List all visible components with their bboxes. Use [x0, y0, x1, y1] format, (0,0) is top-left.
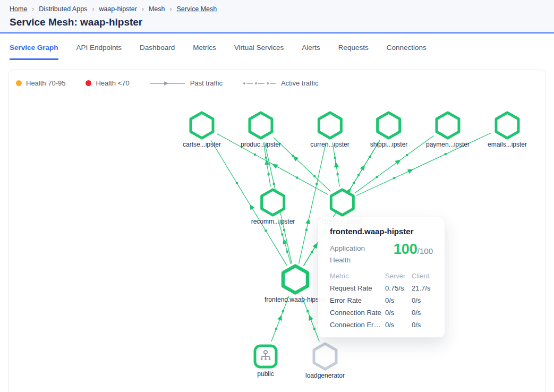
service-hexagon-icon — [329, 188, 355, 217]
legend-label: Health <70 — [96, 79, 129, 87]
node-label: shippi...ipster — [370, 141, 408, 148]
legend-active-traffic: Active traffic — [243, 79, 319, 87]
health-below-70-dot-icon — [86, 80, 91, 86]
node-label: paymen...ipster — [426, 141, 470, 148]
node-label: loadgenerator — [305, 372, 345, 379]
col-server: Server — [385, 272, 412, 280]
breadcrumb-distributed-apps[interactable]: Distributed Apps — [39, 5, 87, 13]
tab-connections[interactable]: Connections — [387, 44, 427, 60]
metrics-header-row: Metric Server Client — [330, 272, 433, 280]
tab-api-endpoints[interactable]: API Endpoints — [76, 44, 122, 60]
breadcrumb-separator: › — [170, 5, 172, 13]
graph-node-recommendation[interactable]: recomm...ipster — [251, 188, 295, 225]
breadcrumb-separator: › — [32, 5, 34, 13]
tab-virtual-services[interactable]: Virtual Services — [234, 44, 284, 60]
graph-node-productcatalog[interactable]: produc...ipster — [241, 111, 281, 148]
metric-server-value: 0/s — [385, 321, 412, 329]
node-label: curren...ipster — [310, 141, 349, 148]
node-label: emails...ipster — [488, 141, 527, 148]
graph-node-loadgenerator[interactable]: loadgenerator — [305, 342, 345, 379]
tab-bar: Service Graph API Endpoints Dashboard Me… — [0, 35, 554, 69]
node-label: cartse...ipster — [183, 141, 221, 148]
page-title: Service Mesh: waap-hipster — [10, 16, 554, 28]
node-label: frontend.waap-hipster — [265, 296, 326, 303]
metric-row-connection-rate: Connection Rate 0/s 0/s — [330, 309, 433, 317]
metric-row-error-rate: Error Rate 0/s 0/s — [330, 296, 433, 304]
service-hexagon-icon — [376, 111, 402, 140]
metric-label: Connection Rate — [330, 309, 385, 317]
graph-legend: Health 70-95 Health <70 Past traffic Act… — [16, 79, 318, 87]
tab-metrics[interactable]: Metrics — [193, 44, 216, 60]
legend-past-traffic: Past traffic — [150, 79, 223, 87]
service-hexagon-icon — [281, 264, 310, 295]
metric-client-value: 0/s — [412, 309, 433, 317]
service-hexagon-icon — [260, 188, 286, 217]
breadcrumb-home[interactable]: Home — [10, 5, 27, 13]
application-health-value: 100/100 — [394, 241, 433, 258]
legend-label: Health 70-95 — [26, 79, 65, 87]
graph-node-shippingservice[interactable]: shippi...ipster — [370, 111, 408, 148]
tab-alerts[interactable]: Alerts — [302, 44, 320, 60]
graph-node-cartservice[interactable]: cartse...ipster — [183, 111, 221, 148]
node-label: recomm...ipster — [251, 218, 295, 225]
col-metric: Metric — [330, 272, 385, 280]
past-traffic-line-icon — [150, 81, 186, 86]
metric-server-value: 0/s — [385, 309, 412, 317]
metric-client-value: 0/s — [412, 296, 433, 304]
service-hexagon-icon — [312, 342, 338, 371]
health-70-95-dot-icon — [16, 80, 22, 86]
metric-row-request-rate: Request Rate 0.75/s 21.7/s — [330, 284, 433, 292]
breadcrumb-separator: › — [142, 5, 144, 13]
tab-service-graph[interactable]: Service Graph — [10, 44, 58, 60]
node-label: produc...ipster — [241, 141, 281, 148]
legend-label: Active traffic — [281, 79, 319, 87]
tooltip-title: frontend.waap-hipster — [330, 227, 433, 236]
health-max: /100 — [417, 246, 433, 255]
service-hexagon-icon — [317, 111, 343, 140]
graph-node-public[interactable]: public — [253, 344, 278, 378]
col-client: Client — [412, 272, 433, 280]
application-health-label: Application Health — [330, 243, 379, 266]
service-hexagon-icon — [248, 111, 274, 140]
metric-server-value: 0/s — [385, 296, 412, 304]
legend-health-low: Health <70 — [86, 79, 129, 87]
node-tooltip: frontend.waap-hipster Application Health… — [318, 217, 445, 338]
metric-client-value: 21.7/s — [412, 284, 433, 292]
tab-dashboard[interactable]: Dashboard — [140, 44, 175, 60]
legend-label: Past traffic — [190, 79, 223, 87]
breadcrumb: Home › Distributed Apps › waap-hipster ›… — [10, 5, 554, 13]
health-score: 100 — [394, 241, 417, 257]
gateway-square-icon — [253, 344, 278, 369]
graph-node-currencyservice[interactable]: curren...ipster — [310, 111, 349, 148]
legend-health-mid: Health 70-95 — [16, 79, 65, 87]
metric-label: Connection Error ... — [330, 321, 385, 329]
graph-node-paymentservice[interactable]: paymen...ipster — [426, 111, 470, 148]
service-hexagon-icon — [434, 111, 461, 140]
metric-label: Request Rate — [330, 284, 385, 292]
graph-node-emailservice[interactable]: emails...ipster — [488, 111, 527, 148]
breadcrumb-separator: › — [92, 5, 94, 13]
node-label: public — [257, 370, 274, 378]
service-hexagon-icon — [494, 111, 521, 140]
active-traffic-line-icon — [243, 81, 277, 86]
tooltip-metrics-table: Metric Server Client Request Rate 0.75/s… — [330, 272, 433, 329]
page-header: Home › Distributed Apps › waap-hipster ›… — [0, 0, 554, 33]
metric-row-connection-error-rate: Connection Error ... 0/s 0/s — [330, 321, 433, 329]
metric-label: Error Rate — [330, 296, 385, 304]
breadcrumb-service-mesh[interactable]: Service Mesh — [177, 5, 217, 13]
graph-node-frontend[interactable]: frontend.waap-hipster — [265, 264, 326, 303]
metric-client-value: 0/s — [412, 321, 433, 329]
service-hexagon-icon — [189, 111, 215, 140]
breadcrumb-mesh[interactable]: Mesh — [149, 5, 165, 13]
breadcrumb-waap-hipster[interactable]: waap-hipster — [99, 5, 137, 13]
metric-server-value: 0.75/s — [385, 284, 412, 292]
tab-requests[interactable]: Requests — [338, 44, 369, 60]
